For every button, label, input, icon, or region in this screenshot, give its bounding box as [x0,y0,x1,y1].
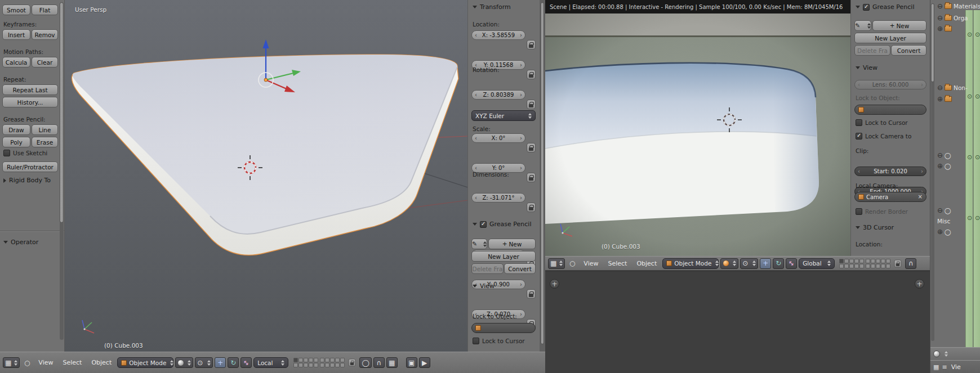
outliner-item[interactable]: ⊖ ◯ [937,152,951,159]
toolshelf-scrollbar[interactable] [60,2,64,340]
scale-y-lock-icon[interactable] [527,289,536,299]
rotation-x-field[interactable]: X: 0° [471,133,525,143]
expand-icon[interactable]: ⊕ [937,228,943,235]
rigid-body-panel-header[interactable]: Rigid Body To [3,177,51,184]
motion-path-calculate-button[interactable]: Calcula [2,57,30,68]
manipulator-translate-toggle[interactable]: + [760,258,771,269]
rotation-y-lock-icon[interactable] [527,173,536,182]
motion-path-clear-button[interactable]: Clear [32,57,58,68]
lock-to-object-field[interactable] [854,105,926,115]
gp-new-layer-button[interactable]: New Layer [854,33,926,43]
lens-field[interactable]: Lens: 60.000 [854,80,926,89]
lock-camera-checkbox[interactable] [856,133,862,140]
render-toggle-icon[interactable]: ⊙ [975,93,980,100]
cursor-3d-panel-header[interactable]: 3D Cursor [856,224,894,231]
header-collapse-icon[interactable]: ○ [21,357,33,368]
gp-delete-frame-button[interactable]: Delete Fra [471,263,504,274]
rotation-mode-dropdown[interactable]: XYZ Euler [471,110,536,121]
outliner-scrollbar-thumb[interactable] [931,3,934,82]
manipulator-scale-toggle[interactable]: ↔ [240,357,252,368]
menu-select[interactable]: Select [59,359,86,366]
keyframe-insert-button[interactable]: Insert [2,29,30,40]
local-camera-field[interactable]: Camera × [854,192,926,202]
grease-pencil-enable-checkbox[interactable] [480,221,487,228]
gp-new-button[interactable]: +New [872,20,926,31]
gp-erase-button[interactable]: Erase [32,137,58,147]
layers-grid-2[interactable] [320,358,345,367]
collapse-icon[interactable]: ⊖ [937,152,943,159]
viewport-shading-dropdown[interactable] [175,357,193,368]
snap-toggle[interactable]: ∩ [373,357,385,368]
editor-type-button[interactable]: ▦ [3,357,20,368]
gp-draw-mode-button[interactable]: ✎ [854,20,871,31]
orientation-dropdown[interactable]: Global [799,258,835,269]
rotation-z-field[interactable]: Z: -31.071° [471,193,525,203]
expand-icon[interactable]: ⊕ [937,25,943,32]
editor-type-button[interactable]: ▦ [548,258,565,269]
gp-convert-button[interactable]: Convert [504,263,536,274]
pivot-point-dropdown[interactable]: ⊙ [740,258,758,269]
n-panel-scrollbar-thumb[interactable] [541,2,544,344]
manipulator-scale-toggle[interactable]: ↔ [786,258,797,269]
gp-convert-button[interactable]: Convert [891,45,926,56]
orientation-dropdown[interactable]: Local [253,357,288,368]
outliner-view-menu[interactable]: Vie [950,363,962,371]
mode-dropdown[interactable]: Object Mode [662,258,719,269]
gp-draw-mode-button[interactable]: ✎ [471,239,487,249]
collapse-icon[interactable]: ⊖ [937,3,943,10]
gp-poly-button[interactable]: Poly [2,137,30,147]
display-mode-sphere-icon[interactable] [933,350,940,357]
use-sketch-checkbox[interactable] [3,150,10,156]
view-panel-header[interactable]: View [856,64,877,71]
scene-lock-icon[interactable] [346,357,358,368]
location-x-lock-icon[interactable] [527,40,536,50]
mode-dropdown[interactable]: Object Mode [117,357,173,368]
menu-object[interactable]: Object [87,359,115,366]
render-still-button[interactable]: ▣ [406,357,417,368]
expand-icon[interactable]: ⊕ [937,96,943,102]
gp-new-button[interactable]: +New [488,239,536,249]
manipulator-rotate-toggle[interactable]: ↻ [773,258,784,269]
viewport-3d-right[interactable]: (0) Cube.003 [545,14,850,256]
visibility-toggle-icon[interactable]: ⊙ [967,93,972,100]
lock-to-cursor-checkbox[interactable] [856,119,862,126]
dropdown-arrows-icon[interactable] [943,351,948,357]
manipulator-translate-toggle[interactable]: + [215,357,226,368]
pivot-point-dropdown[interactable]: ⊙ [195,357,213,368]
n-panel-scrollbar[interactable] [540,0,545,352]
rotation-x-lock-icon[interactable] [527,143,536,152]
visibility-toggle-icon[interactable]: ⊙ [967,215,972,221]
menu-object[interactable]: Object [632,260,661,267]
collapse-icon[interactable]: ⊖ [937,84,943,91]
history-button[interactable]: History... [2,97,58,107]
clip-start-field[interactable]: Start: 0.020 [854,167,926,176]
render-toggle-icon[interactable]: ⊙ [975,32,980,38]
shade-flat-button[interactable]: Flat [32,5,58,15]
visibility-toggle-icon[interactable]: ⊙ [967,32,972,38]
outliner-item[interactable]: ⊖ Orga [937,15,968,21]
outliner-scrollbar[interactable] [931,3,934,341]
region-split-handle-left[interactable]: + [550,279,559,289]
proportional-edit-dropdown[interactable]: ◯ [359,357,371,368]
outliner-item[interactable]: ⊕ ◯ [937,163,951,169]
header-collapse-icon[interactable]: ○ [567,258,578,269]
keyframe-remove-button[interactable]: Remov [32,29,58,40]
expand-icon[interactable]: ⊕ [937,163,943,169]
view-panel-header[interactable]: View [473,282,495,290]
location-y-lock-icon[interactable] [527,70,536,79]
snap-element-dropdown[interactable]: ▦ [386,357,398,368]
operator-panel-header[interactable]: Operator [3,239,38,246]
outliner-item[interactable]: ⊕ [937,96,952,102]
viewport-3d-scene[interactable] [65,0,467,352]
scene-lock-icon[interactable] [892,258,903,269]
outliner-item[interactable]: ⊖ ◯ [937,207,951,214]
render-toggle-icon[interactable]: ⊙ [975,154,980,160]
outliner-item[interactable]: ⊖ Materials [937,3,980,10]
outliner-item[interactable]: ⊕ [937,25,952,32]
transform-panel-header[interactable]: Transform [473,3,511,11]
render-anim-button[interactable]: ▶ [419,357,430,368]
menu-view[interactable]: View [34,359,57,366]
rotation-z-lock-icon[interactable] [527,203,536,212]
menu-select[interactable]: Select [604,260,631,267]
lock-to-object-field[interactable] [471,323,536,333]
